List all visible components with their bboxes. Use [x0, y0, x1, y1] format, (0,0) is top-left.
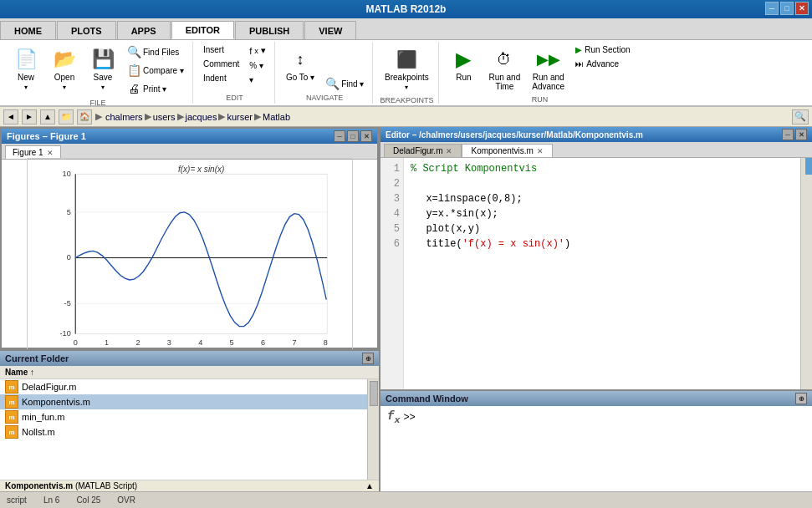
tab-plots[interactable]: PLOTS	[57, 21, 116, 39]
addr-kurser[interactable]: kurser	[227, 112, 253, 122]
figure-close[interactable]: ✕	[360, 130, 372, 142]
addr-chalmers[interactable]: chalmers	[105, 112, 143, 122]
find-button[interactable]: 🔍Find ▾	[322, 75, 367, 92]
compare-button[interactable]: 📋Compare ▾	[124, 62, 187, 79]
back-button[interactable]: ◄	[3, 109, 18, 124]
tab-komponentvis-close[interactable]: ✕	[537, 147, 544, 155]
svg-text:7: 7	[292, 338, 296, 347]
breakpoints-group-label: BREAKPOINTS	[380, 94, 433, 104]
insert-button[interactable]: Insert	[200, 43, 243, 56]
tab-apps[interactable]: APPS	[117, 21, 171, 39]
fx-button[interactable]: fx ▾	[246, 43, 269, 58]
forward-button[interactable]: ►	[22, 109, 37, 124]
file-name-komponentvis: Komponentvis.m	[22, 397, 90, 407]
open-button[interactable]: 📂 Open▾	[47, 43, 82, 94]
file-name-deladfigur: DeladFigur.m	[22, 382, 76, 392]
editor-scrollbar[interactable]	[800, 158, 812, 389]
addr-matlab[interactable]: Matlab	[263, 112, 290, 122]
advance-button[interactable]: ⏭ Advance	[572, 58, 633, 70]
file-nollst[interactable]: m Nollst.m	[0, 424, 367, 439]
folder-scrollbar[interactable]	[367, 379, 379, 480]
save-button[interactable]: 💾 Save▾	[85, 43, 120, 94]
tab-editor[interactable]: EDITOR	[171, 21, 234, 39]
code-content[interactable]: % Script Komponentvis x=linspace(0,8); y…	[404, 158, 800, 389]
new-button[interactable]: 📄 New▾	[8, 43, 43, 94]
svg-text:2: 2	[135, 338, 140, 347]
maximize-button[interactable]: □	[780, 2, 794, 15]
ribbon: 📄 New▾ 📂 Open▾ 💾 Save▾ 🔍Find Files 📋Comp…	[0, 40, 812, 107]
svg-text:0: 0	[73, 338, 77, 347]
search-button[interactable]: 🔍	[792, 109, 809, 124]
addr-users[interactable]: users	[153, 112, 176, 122]
close-button[interactable]: ✕	[795, 2, 809, 15]
save-label: Save▾	[94, 73, 113, 92]
plot-svg: 0 1 2 3 4 5 6 7 8 10 5 0 -5 -10 f(x)=	[27, 158, 353, 350]
ribbon-navigate-buttons: ↕ Go To ▾ 🔍Find ▾	[282, 43, 368, 92]
current-folder: Current Folder ⊕ Name ↑ m DeladFigur.m m…	[0, 349, 379, 491]
folder-button[interactable]: 📁	[59, 109, 74, 124]
folder-name-header: Name ↑	[5, 368, 34, 377]
run-time-button[interactable]: ⏱ Run andTime	[484, 43, 524, 94]
file-icon-komponentvis: m	[5, 395, 18, 409]
breakpoints-button[interactable]: ⬛ Breakpoints▾	[380, 43, 433, 94]
folder-expand[interactable]: ⊕	[362, 353, 374, 364]
folder-title: Current Folder	[5, 353, 69, 363]
run-button[interactable]: ▶ Run	[446, 43, 481, 84]
ribbon-run-buttons: ▶ Run ⏱ Run andTime ▶▶ Run andAdvance ▶ …	[446, 43, 633, 94]
tab-komponentvis[interactable]: Komponentvis.m ✕	[462, 144, 552, 157]
command-content[interactable]: fx >>	[380, 406, 812, 491]
run-advance-button[interactable]: ▶▶ Run andAdvance	[528, 43, 569, 94]
file-small-buttons: 🔍Find Files 📋Compare ▾ 🖨Print ▾	[124, 43, 187, 97]
figure-tab-close[interactable]: ✕	[47, 149, 54, 157]
svg-text:5: 5	[229, 338, 233, 347]
tab-home[interactable]: HOME	[0, 21, 56, 39]
minimize-button[interactable]: ─	[765, 2, 779, 15]
plot-area: 0 1 2 3 4 5 6 7 8 10 5 0 -5 -10 f(x)=	[2, 160, 377, 348]
editor-tabs: DeladFigur.m ✕ Komponentvis.m ✕	[380, 142, 812, 158]
folder-titlebar: Current Folder ⊕	[0, 351, 379, 366]
editor-minimize[interactable]: ─	[782, 129, 794, 140]
comment-button[interactable]: Comment	[200, 58, 243, 70]
svg-text:f(x)= x sin(x): f(x)= x sin(x)	[177, 165, 223, 174]
file-minfun[interactable]: m min_fun.m	[0, 409, 367, 424]
percent-button[interactable]: % ▾	[246, 59, 269, 72]
figure-window: Figures – Figure 1 ─ □ ✕ Figure 1 ✕	[0, 127, 379, 349]
addr-jacques[interactable]: jacques	[186, 112, 217, 122]
goto-button[interactable]: ↕ Go To ▾	[282, 43, 319, 84]
indent-button[interactable]: Indent	[200, 72, 243, 84]
figure-tab-label: Figure 1	[13, 148, 43, 157]
find-label: Find ▾	[341, 79, 364, 89]
run-section-icon: ▶	[575, 45, 582, 54]
tab-deladfigur-close[interactable]: ✕	[446, 147, 452, 155]
fx-symbol: fx	[387, 409, 400, 426]
figure-controls: ─ □ ✕	[334, 130, 372, 142]
ribbon-edit-buttons: Insert Comment Indent fx ▾ % ▾ ▾	[200, 43, 269, 92]
open-label: Open▾	[54, 73, 74, 92]
file-komponentvis[interactable]: m Komponentvis.m	[0, 394, 367, 409]
print-button[interactable]: 🖨Print ▾	[124, 80, 187, 97]
folder-status-expand[interactable]: ▲	[365, 481, 374, 490]
run-label: Run	[456, 73, 471, 82]
ribbon-file-buttons: 📄 New▾ 📂 Open▾ 💾 Save▾ 🔍Find Files 📋Comp…	[8, 43, 187, 97]
tab-view[interactable]: VIEW	[304, 21, 356, 39]
find-files-button[interactable]: 🔍Find Files	[124, 43, 187, 60]
tab-deladfigur[interactable]: DeladFigur.m ✕	[384, 144, 462, 157]
figure-minimize[interactable]: ─	[334, 130, 345, 142]
menu-tabs: HOME PLOTS APPS EDITOR PUBLISH VIEW	[0, 18, 812, 40]
tab-publish[interactable]: PUBLISH	[235, 21, 304, 39]
indent-right-button[interactable]: ▾	[246, 74, 269, 86]
svg-text:-5: -5	[64, 299, 70, 307]
code-line-6: title('f(x) = x sin(x)')	[411, 236, 794, 251]
run-section-button[interactable]: ▶ Run Section	[572, 43, 633, 56]
titlebar: MATLAB R2012b ─ □ ✕	[0, 0, 812, 18]
right-panel: Editor – /chalmers/users/jacques/kurser/…	[380, 127, 812, 491]
editor-close[interactable]: ✕	[795, 129, 807, 140]
breakpoints-icon: ⬛	[393, 46, 420, 73]
command-expand[interactable]: ⊕	[795, 393, 807, 404]
home-button[interactable]: 🏠	[77, 109, 92, 124]
up-button[interactable]: ▲	[40, 109, 55, 124]
figure-maximize[interactable]: □	[347, 130, 359, 142]
file-deladfigur[interactable]: m DeladFigur.m	[0, 379, 367, 394]
open-icon: 📂	[51, 46, 78, 73]
figure-titlebar: Figures – Figure 1 ─ □ ✕	[2, 129, 377, 144]
